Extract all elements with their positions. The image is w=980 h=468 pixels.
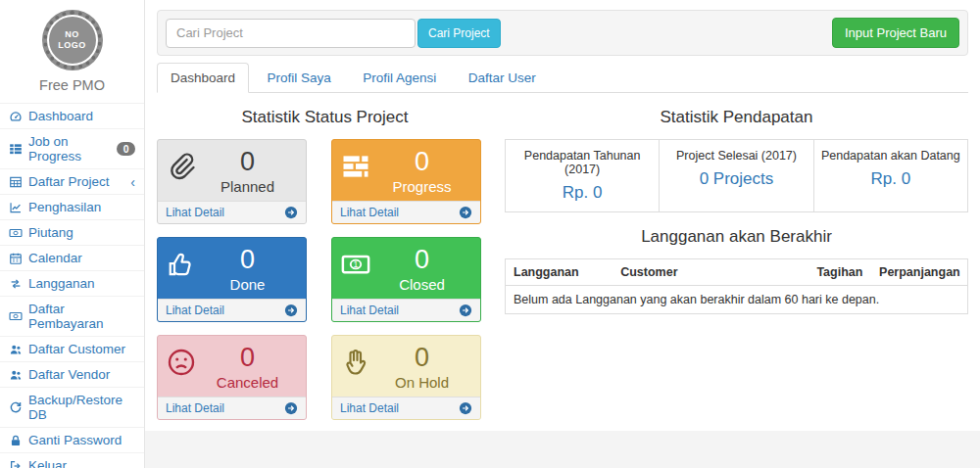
col-customer: Customer xyxy=(620,265,816,279)
on-hold-label: On Hold xyxy=(372,374,471,391)
done-label: Done xyxy=(198,276,297,293)
search-input[interactable] xyxy=(166,19,416,48)
sidebar-item-label: Daftar Vendor xyxy=(28,367,110,382)
canceled-detail-link[interactable]: Lihat Detail xyxy=(158,397,306,419)
money-icon xyxy=(9,309,23,323)
sidebar-item-label: Langganan xyxy=(28,276,95,291)
sidebar-item-langganan[interactable]: Langganan xyxy=(0,270,144,296)
retweet-icon xyxy=(9,277,23,291)
sidebar-item-daftar-project[interactable]: Daftar Project ‹ xyxy=(0,168,144,194)
on-hold-detail-link[interactable]: Lihat Detail xyxy=(332,397,480,419)
count-badge: 0 xyxy=(117,142,135,157)
sidebar-nav: Dashboard Job on Progress 0 Daftar Proje… xyxy=(0,103,144,468)
stat-project-selesai: Project Selesai (2017) 0 Projects xyxy=(660,140,813,211)
arrow-circle-right-icon xyxy=(459,206,472,219)
subscriptions-table-header: Langganan Customer Tagihan Perpanjangan xyxy=(506,259,967,286)
sidebar-item-keluar[interactable]: Keluar xyxy=(0,452,144,468)
new-project-button[interactable]: Input Project Baru xyxy=(832,18,959,48)
income-stats-table: Pendapatan Tahunan (2017) Rp. 0 Project … xyxy=(505,139,968,212)
stat-value-link[interactable]: Rp. 0 xyxy=(820,169,961,189)
closed-count: 0 xyxy=(372,246,471,275)
no-logo-badge: NO LOGO xyxy=(43,11,102,70)
sidebar-item-ganti-password[interactable]: Ganti Password xyxy=(0,427,144,452)
canceled-count: 0 xyxy=(198,344,297,373)
status-card-canceled: 0 Canceled Lihat Detail xyxy=(157,335,307,420)
refresh-icon xyxy=(9,400,23,414)
stat-pendapatan-akan-datang: Pendapatan akan Datang Rp. 0 xyxy=(814,140,967,211)
sidebar-item-daftar-vendor[interactable]: Daftar Vendor xyxy=(0,361,144,387)
logo-text-line2: LOGO xyxy=(58,40,86,51)
app-window: NO LOGO Free PMO Dashboard Job on Progre… xyxy=(0,0,980,468)
tab-profil-agensi[interactable]: Profil Agensi xyxy=(349,63,450,93)
income-section-title: Statistik Pendapatan xyxy=(505,108,968,127)
sidebar-item-job-on-progress[interactable]: Job on Progress 0 xyxy=(0,128,144,168)
tab-dashboard[interactable]: Dashboard xyxy=(157,63,249,93)
money-icon xyxy=(9,226,23,240)
progress-count: 0 xyxy=(372,148,471,177)
lock-icon xyxy=(9,434,23,447)
table-icon xyxy=(9,175,23,189)
sidebar-item-daftar-pembayaran[interactable]: Daftar Pembayaran xyxy=(0,296,144,336)
calendar-icon xyxy=(9,252,23,265)
sidebar-item-daftar-customer[interactable]: Daftar Customer xyxy=(0,336,144,361)
search-bar: Cari Project Input Project Baru xyxy=(157,10,968,56)
status-card-planned: 0 Planned Lihat Detail xyxy=(157,139,307,224)
list-bars-icon xyxy=(9,142,23,156)
tab-daftar-user[interactable]: Daftar User xyxy=(455,63,550,93)
done-detail-link[interactable]: Lihat Detail xyxy=(158,299,306,321)
planned-count: 0 xyxy=(198,148,297,177)
status-card-on-hold: 0 On Hold Lihat Detail xyxy=(331,335,481,420)
status-card-done: 0 Done Lihat Detail xyxy=(157,237,307,322)
sidebar-item-piutang[interactable]: Piutang xyxy=(0,219,144,245)
tab-profil-saya[interactable]: Profil Saya xyxy=(254,63,345,93)
sidebar-item-label: Penghasilan xyxy=(28,200,101,214)
sidebar-item-dashboard[interactable]: Dashboard xyxy=(0,103,144,128)
sidebar-item-label: Daftar Customer xyxy=(28,342,125,356)
line-chart-icon xyxy=(9,201,23,214)
status-section-title: Statistik Status Project xyxy=(157,108,493,127)
sidebar-item-label: Calendar xyxy=(28,251,82,265)
stat-value-link[interactable]: Rp. 0 xyxy=(512,183,653,203)
sidebar-item-label: Keluar xyxy=(28,458,67,468)
planned-label: Planned xyxy=(198,178,297,195)
col-perpanjangan: Perpanjangan xyxy=(879,265,959,279)
paperclip-icon xyxy=(167,152,198,195)
arrow-circle-right-icon xyxy=(284,304,298,317)
dashboard-columns: Statistik Status Project 0 Planned xyxy=(157,93,968,420)
arrow-circle-right-icon xyxy=(459,401,472,415)
status-section: Statistik Status Project 0 Planned xyxy=(157,93,493,420)
sidebar-item-backup-restore-db[interactable]: Backup/Restore DB xyxy=(0,387,144,427)
sidebar-item-label: Daftar Pembayaran xyxy=(28,302,135,331)
arrow-circle-right-icon xyxy=(284,206,298,219)
on-hold-count: 0 xyxy=(372,344,471,373)
stat-value-link[interactable]: 0 Projects xyxy=(665,169,807,189)
planned-detail-link[interactable]: Lihat Detail xyxy=(158,201,306,223)
subscriptions-table: Langganan Customer Tagihan Perpanjangan … xyxy=(505,258,968,314)
logo-area: NO LOGO Free PMO xyxy=(0,0,144,103)
subscriptions-section-title: Langganan akan Berakhir xyxy=(505,227,968,247)
chevron-left-icon: ‹ xyxy=(130,175,135,189)
status-card-closed: 0 Closed Lihat Detail xyxy=(331,237,481,322)
sidebar-item-label: Daftar Project xyxy=(28,174,110,189)
frown-icon xyxy=(167,348,198,391)
tab-bar: Dashboard Profil Saya Profil Agensi Daft… xyxy=(157,63,968,93)
logo-text-line1: NO xyxy=(65,29,79,40)
users-icon xyxy=(9,368,23,382)
gauge-icon xyxy=(9,110,23,123)
status-cards: 0 Planned Lihat Detail xyxy=(157,139,493,420)
sidebar-item-label: Dashboard xyxy=(28,109,93,123)
tasks-icon xyxy=(341,152,372,195)
closed-detail-link[interactable]: Lihat Detail xyxy=(332,299,480,321)
sidebar-item-label: Backup/Restore DB xyxy=(28,393,135,422)
sidebar-item-label: Piutang xyxy=(28,225,74,240)
sidebar-item-calendar[interactable]: Calendar xyxy=(0,245,144,270)
brand-name: Free PMO xyxy=(0,77,144,93)
progress-detail-link[interactable]: Lihat Detail xyxy=(332,201,480,223)
done-count: 0 xyxy=(198,246,297,275)
stat-pendapatan-tahunan: Pendapatan Tahunan (2017) Rp. 0 xyxy=(506,140,660,211)
money-bill-icon xyxy=(341,250,372,293)
sidebar-item-penghasilan[interactable]: Penghasilan xyxy=(0,194,144,219)
income-section: Statistik Pendapatan Pendapatan Tahunan … xyxy=(505,93,968,420)
search-button[interactable]: Cari Project xyxy=(417,19,501,48)
hand-paper-icon xyxy=(341,348,372,391)
